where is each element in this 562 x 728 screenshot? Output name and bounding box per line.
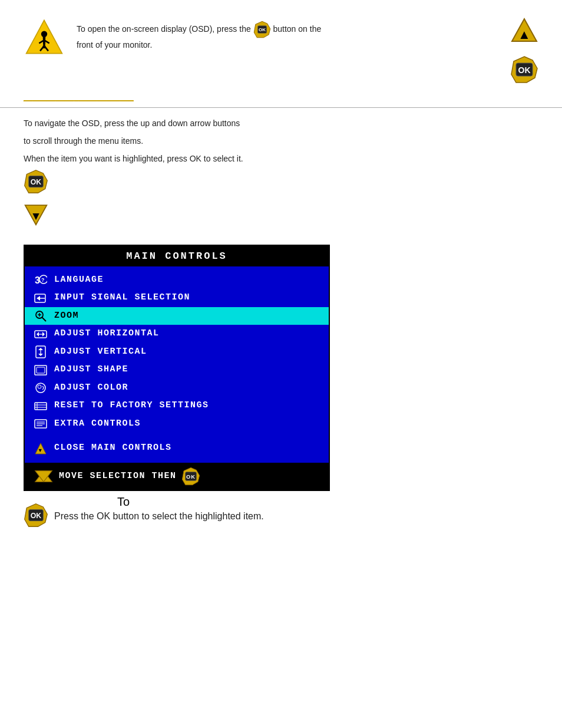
- svg-marker-33: [37, 332, 39, 337]
- osd-item-vertical[interactable]: ADJUST VERTICAL: [25, 343, 329, 361]
- input-icon: [33, 292, 48, 305]
- osd-footer: MOVE SELECTION THEN OK: [25, 463, 329, 490]
- horizontal-icon: [33, 328, 48, 341]
- svg-text:OK: OK: [259, 27, 266, 32]
- osd-item-shape-label: ADJUST SHAPE: [54, 363, 128, 377]
- nav-arrows-icon: [33, 470, 54, 483]
- osd-menu: MAIN CONTROLS 3 ? LANGUAGE: [24, 245, 330, 491]
- top-section: ! To open the on-screen display (OSD), p…: [0, 0, 562, 107]
- osd-item-language-label: LANGUAGE: [54, 274, 104, 287]
- top-right-icons: ▲ OK: [510, 18, 538, 86]
- svg-rect-41: [37, 367, 45, 373]
- ok-icon-row: OK: [24, 169, 538, 199]
- osd-item-extra[interactable]: EXTRA CONTROLS: [25, 415, 329, 433]
- svg-text:▼: ▼: [30, 210, 41, 222]
- ok-button-inline: OK: [253, 21, 271, 38]
- svg-text:OK: OK: [186, 474, 196, 480]
- osd-item-zoom[interactable]: ZOOM: [25, 307, 329, 325]
- up-arrow-button: ▲: [510, 18, 538, 48]
- osd-item-close-label: CLOSE MAIN CONTROLS: [54, 442, 172, 455]
- intro-text-block: To open the on-screen display (OSD), pre…: [77, 18, 333, 51]
- bottom-text: Press the OK button to select the highli…: [54, 511, 264, 522]
- footer-ok-icon: OK: [181, 467, 200, 486]
- osd-container: MAIN CONTROLS 3 ? LANGUAGE: [24, 245, 330, 491]
- osd-title: MAIN CONTROLS: [25, 246, 329, 266]
- svg-point-2: [41, 31, 47, 37]
- osd-item-color[interactable]: ADJUST COLOR: [25, 379, 329, 397]
- osd-item-extra-label: EXTRA CONTROLS: [54, 417, 141, 431]
- color-label-detected: COLOR: [127, 478, 176, 492]
- osd-spacer: [25, 433, 329, 439]
- color-icon: [33, 381, 48, 394]
- ok-button-top[interactable]: OK: [510, 55, 538, 86]
- ok-button-middle[interactable]: OK: [24, 169, 48, 199]
- extra-icon: [33, 417, 48, 430]
- ok-button-bottom[interactable]: OK: [24, 503, 48, 530]
- svg-marker-26: [37, 296, 40, 301]
- intro-paragraph: To open the on-screen display (OSD), pre…: [77, 21, 333, 51]
- middle-para1: To navigate the OSD, press the up and do…: [24, 117, 538, 131]
- osd-item-vertical-label: ADJUST VERTICAL: [54, 345, 147, 359]
- middle-para3: When the item you want is highlighted, p…: [24, 152, 538, 166]
- svg-marker-38: [38, 354, 43, 356]
- osd-item-reset-label: RESET TO FACTORY SETTINGS: [54, 399, 209, 413]
- svg-line-29: [42, 318, 47, 322]
- svg-rect-44: [35, 403, 47, 410]
- osd-item-reset[interactable]: RESET TO FACTORY SETTINGS: [25, 397, 329, 415]
- svg-text:▼: ▼: [38, 447, 44, 453]
- osd-item-input-label: INPUT SIGNAL SELECTION: [54, 291, 190, 305]
- svg-text:OK: OK: [31, 512, 42, 520]
- svg-text:OK: OK: [518, 65, 531, 75]
- middle-section: To navigate the OSD, press the up and do…: [0, 108, 562, 239]
- osd-item-zoom-label: ZOOM: [54, 309, 79, 323]
- down-arrow-button: ▼: [24, 201, 48, 230]
- svg-text:?: ?: [41, 277, 45, 283]
- osd-item-horizontal-label: ADJUST HORIZONTAL: [54, 327, 160, 341]
- osd-item-input[interactable]: INPUT SIGNAL SELECTION: [25, 289, 329, 307]
- reset-icon: [33, 400, 48, 413]
- close-icon: ▼: [33, 442, 48, 455]
- svg-text:OK: OK: [31, 179, 42, 187]
- osd-item-close[interactable]: ▼ CLOSE MAIN CONTROLS: [25, 439, 329, 458]
- svg-marker-37: [38, 348, 43, 350]
- middle-para2: to scroll through the menu items.: [24, 134, 538, 149]
- osd-item-shape[interactable]: ADJUST SHAPE: [25, 361, 329, 379]
- down-arrow-row: ▼: [24, 201, 538, 230]
- osd-item-color-label: ADJUST COLOR: [54, 381, 128, 395]
- vertical-icon: [33, 345, 48, 358]
- osd-items: 3 ? LANGUAGE INPUT SIGNAL SELECTION: [25, 266, 329, 463]
- svg-marker-34: [42, 332, 45, 337]
- language-icon: 3 ?: [33, 274, 48, 286]
- bottom-ok-section: OK Press the OK button to select the hig…: [24, 503, 538, 530]
- osd-item-horizontal[interactable]: ADJUST HORIZONTAL: [25, 325, 329, 343]
- to-label-detected: To: [117, 495, 130, 509]
- link-line[interactable]: ________________________: [24, 92, 538, 101]
- osd-item-language[interactable]: 3 ? LANGUAGE: [25, 271, 329, 289]
- svg-text:▲: ▲: [518, 27, 531, 42]
- zoom-icon: [33, 309, 48, 322]
- svg-point-43: [38, 385, 41, 388]
- warning-icon: !: [24, 18, 65, 58]
- shape-icon: [33, 364, 48, 377]
